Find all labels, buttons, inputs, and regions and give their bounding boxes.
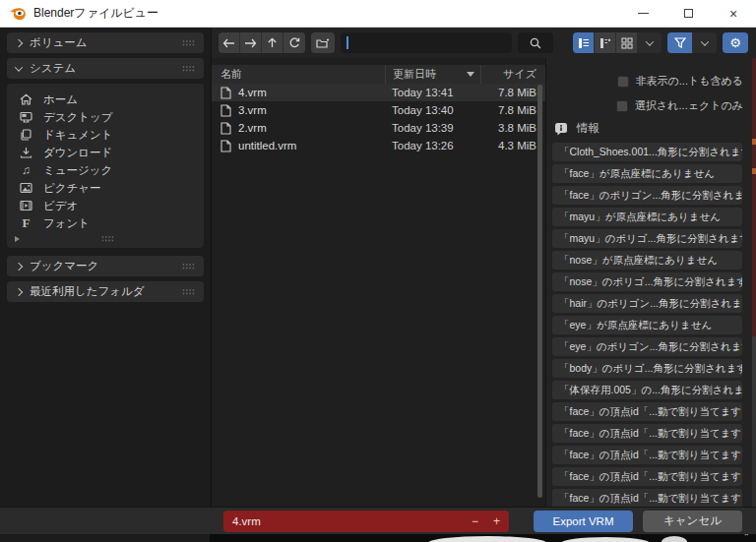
search-input[interactable] [518,32,553,53]
checkbox-icon[interactable] [616,100,628,112]
documents-icon [19,129,33,141]
grip-icon[interactable] [182,40,195,46]
maximize-button[interactable] [665,0,711,27]
pictures-icon [19,182,33,194]
refresh-button[interactable] [284,32,305,53]
export-vrm-button[interactable]: Export VRM [534,511,633,532]
info-message: 「nose」のポリゴ...角形に分割されます。 [552,272,742,291]
checkbox-label: 選択され...ェクトのみ [635,98,743,113]
info-message-list: 「Cloth_Shoes.001...角形に分割されます。 「face」が原点座… [552,143,746,507]
export-options-panel: 非表示の...トも含める 選択され...ェクトのみ 情報 [546,58,756,507]
option-include-hidden[interactable]: 非表示の...トも含める [552,72,746,90]
refresh-icon [288,37,300,48]
forward-arrow-icon [244,38,257,48]
sidebar-item-pictures[interactable]: ピクチャー [7,179,204,197]
up-arrow-icon [267,37,278,48]
forward-button[interactable] [240,32,262,53]
operator-settings-button[interactable]: ⚙ [723,32,748,53]
info-message: 「face」の頂点id「...動で割り当てます。 [552,402,742,421]
file-row[interactable]: 4.vrm Today 13:41 7.8 MiB [212,84,545,101]
search-icon [530,37,541,49]
sidebar-section-bookmarks[interactable]: ブックマーク [7,256,204,276]
display-mode-horizontal-list-button[interactable] [595,32,616,53]
info-message: 「face」の頂点id「...動で割り当てます。 [552,446,742,464]
sidebar-item-fonts[interactable]: F フォント [7,214,204,232]
filename-increment-button[interactable]: + [493,514,500,528]
column-header-name[interactable]: 名前 [212,67,385,82]
background-window-strip: ⌃ [0,534,756,542]
execute-bar: 4.vrm − + Export VRM キャンセル [0,507,756,534]
info-message: 「face」の頂点id「...動で割り当てます。 [552,424,742,443]
sidebar-item-label: ドキュメント [43,128,113,143]
create-new-directory-button[interactable] [311,32,335,53]
sidebar-section-volumes[interactable]: ボリューム [7,32,204,53]
filename-value: 4.vrm [232,515,261,527]
checkbox-label: 非表示の...トも含める [636,74,743,89]
blender-logo-icon [9,6,27,21]
sidebar-item-documents[interactable]: ドキュメント [7,126,204,144]
sidebar-item-desktop[interactable]: デスクトップ [7,108,204,126]
background-shape [662,536,687,542]
sidebar-item-label: デスクトップ [43,110,113,125]
sidebar-section-system[interactable]: システム [7,58,204,79]
sidebar-section-recent-folders[interactable]: 最近利用したフォルダ [7,281,204,302]
file-row[interactable]: 3.vrm Today 13:40 7.8 MiB [212,101,545,119]
grip-icon[interactable] [182,289,195,295]
sidebar-item-video[interactable]: ビデオ [7,197,204,214]
window-title: Blenderファイルビュー [33,5,158,22]
directory-path-input[interactable] [341,32,512,53]
filter-funnel-icon [674,37,686,48]
filter-toggle-button[interactable] [667,32,693,53]
file-size: 3.8 MiB [480,119,545,137]
chevron-right-icon [15,287,23,295]
filename-input[interactable]: 4.vrm − + [223,511,509,532]
background-window-edge [752,58,756,507]
file-row[interactable]: 2.vrm Today 13:39 3.8 MiB [212,119,545,137]
back-arrow-icon [222,38,235,48]
file-browser-toolbar: ⚙ [212,28,756,58]
checkbox-icon[interactable] [617,76,629,88]
info-message: 「eye」のポリゴン...角形に分割されます。 [552,337,742,356]
file-icon [220,140,231,152]
chevron-down-icon [15,63,23,71]
background-window-left [0,534,210,542]
sidebar-item-downloads[interactable]: ダウンロード [7,144,204,161]
filename-decrement-button[interactable]: − [472,514,478,528]
minimize-button[interactable] [620,0,665,27]
grip-icon[interactable] [101,236,114,242]
file-list-scrollbar[interactable] [537,85,542,498]
info-message: 「hair」のポリゴン...角形に分割されます。 [552,294,742,313]
file-name: 3.vrm [238,104,267,116]
file-modified: Today 13:39 [385,119,480,137]
filter-settings-dropdown[interactable] [693,32,717,53]
info-icon [554,122,568,136]
parent-directory-button[interactable] [262,32,284,53]
option-selected-only[interactable]: 選択され...ェクトのみ [552,96,746,115]
grip-icon[interactable] [182,264,195,270]
font-icon: F [19,215,33,231]
info-title: 情報 [577,121,599,136]
info-message: 「Cloth_Shoes.001...角形に分割されます。 [552,143,742,161]
back-button[interactable] [219,32,240,53]
cancel-button[interactable]: キャンセル [643,511,742,532]
display-mode-vertical-list-button[interactable] [573,32,595,53]
sidebar-item-home[interactable]: ホーム [7,90,204,108]
sidebar: ボリューム システム ホーム [0,28,212,507]
horizontal-list-icon [599,37,611,49]
column-header-modified[interactable]: 更新日時 [385,65,480,84]
display-mode-thumbnails-button[interactable] [616,32,638,53]
background-window-artifact [752,168,756,174]
close-button[interactable]: × [711,0,756,27]
column-header-size[interactable]: サイズ [480,65,545,84]
background-shape [561,537,650,542]
file-size: 7.8 MiB [480,101,545,119]
expand-triangle-icon[interactable] [15,236,20,242]
section-label: システム [30,61,76,76]
sidebar-item-label: ビデオ [43,199,78,213]
sidebar-item-music[interactable]: ♫ ミュージック [7,161,204,179]
grip-icon[interactable] [182,66,195,72]
file-row[interactable]: untitled.vrm Today 13:26 4.3 MiB [212,137,545,154]
file-icon [220,122,231,135]
file-modified: Today 13:40 [385,101,480,119]
display-settings-dropdown[interactable] [638,32,662,53]
